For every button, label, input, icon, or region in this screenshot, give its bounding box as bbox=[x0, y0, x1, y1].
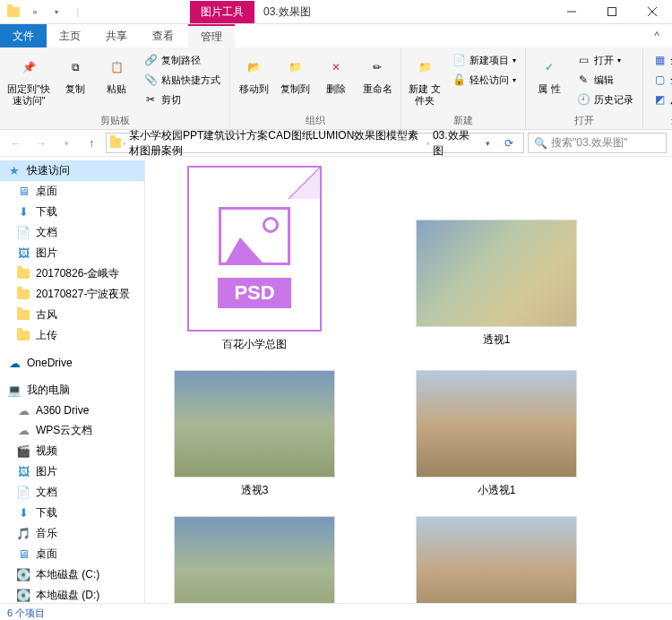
image-thumbnail bbox=[174, 516, 335, 603]
properties-button[interactable]: ✓属 性 bbox=[530, 49, 569, 99]
delete-button[interactable]: ✕删除 bbox=[316, 49, 356, 99]
copy-path-button[interactable]: 🔗复制路径 bbox=[140, 51, 224, 69]
nav-documents-2[interactable]: 📄文档 bbox=[0, 482, 144, 503]
breadcrumb[interactable]: › 某小学校园PPT建筑设计方案CAD图纸LUMION效果图模型素材图册案例 ›… bbox=[106, 133, 524, 153]
easy-access-button[interactable]: 🔓轻松访问▾ bbox=[448, 71, 520, 89]
ribbon-group-open: ✓属 性 ▭打开▾ ✎编辑 🕘历史记录 打开 bbox=[526, 47, 643, 129]
back-button[interactable]: ← bbox=[5, 133, 27, 154]
paste-shortcut-button[interactable]: 📎粘贴快捷方式 bbox=[140, 71, 224, 89]
maximize-button[interactable] bbox=[591, 0, 632, 24]
chevron-right-icon[interactable]: › bbox=[123, 139, 125, 148]
nav-a360[interactable]: ☁A360 Drive bbox=[0, 400, 144, 420]
paste-button[interactable]: 📋 粘贴 bbox=[97, 49, 136, 99]
edit-button[interactable]: ✎编辑 bbox=[573, 71, 637, 89]
nav-disk-d[interactable]: 💽本地磁盘 (D:) bbox=[0, 585, 144, 603]
nav-pictures[interactable]: 🖼图片 bbox=[0, 243, 144, 263]
rename-button[interactable]: ✏重命名 bbox=[358, 49, 397, 99]
copy-to-button[interactable]: 📁复制到 bbox=[275, 49, 314, 99]
nav-folder-3[interactable]: 古风 bbox=[0, 305, 144, 325]
properties-icon: ✓ bbox=[535, 53, 564, 82]
file-list-area[interactable]: PSD 百花小学总图 透视1 透视3 小透视1 小透视2 bbox=[145, 157, 672, 603]
select-all-button[interactable]: ▦全部选择 bbox=[649, 51, 672, 69]
nav-folder-1[interactable]: 20170826-金峨寺 bbox=[0, 263, 144, 284]
title-bar: ▫ ▾ | 图片工具 03.效果图 bbox=[0, 0, 672, 24]
pin-button[interactable]: 📌 固定到"快 速访问" bbox=[4, 49, 54, 110]
nav-wps[interactable]: ☁WPS云文档 bbox=[0, 420, 144, 441]
tab-home[interactable]: 主页 bbox=[47, 24, 93, 47]
select-none-icon: ▢ bbox=[652, 73, 667, 87]
file-item[interactable]: 小透视2 bbox=[156, 516, 353, 603]
qat-dropdown-icon[interactable]: ▾ bbox=[48, 4, 65, 20]
nav-folder-2[interactable]: 20170827-宁波夜景 bbox=[0, 284, 144, 305]
forward-button[interactable]: → bbox=[30, 133, 52, 154]
document-icon: 📄 bbox=[16, 486, 30, 500]
nav-this-pc[interactable]: 💻我的电脑 bbox=[0, 380, 144, 400]
file-item[interactable]: 小透视1 bbox=[398, 370, 595, 498]
copy-to-icon: 📁 bbox=[280, 53, 309, 82]
open-button[interactable]: ▭打开▾ bbox=[573, 51, 637, 69]
folder-icon[interactable] bbox=[5, 4, 22, 20]
copy-button[interactable]: ⧉ 复制 bbox=[56, 49, 95, 99]
ribbon: 📌 固定到"快 速访问" ⧉ 复制 📋 粘贴 🔗复制路径 📎粘贴快捷方式 ✂剪切… bbox=[0, 47, 672, 130]
search-input[interactable]: 🔍 搜索"03.效果图" bbox=[528, 133, 667, 153]
rename-icon: ✏ bbox=[363, 53, 392, 82]
file-item[interactable]: PSD 百花小学总图 bbox=[156, 166, 353, 352]
nav-documents[interactable]: 📄文档 bbox=[0, 222, 144, 243]
tab-manage[interactable]: 管理 bbox=[188, 24, 235, 47]
breadcrumb-seg-1[interactable]: 某小学校园PPT建筑设计方案CAD图纸LUMION效果图模型素材图册案例 bbox=[127, 128, 425, 159]
nav-downloads-2[interactable]: ⬇下载 bbox=[0, 503, 144, 523]
desktop-icon: 🖥 bbox=[16, 547, 30, 562]
psd-thumbnail: PSD bbox=[187, 166, 322, 332]
invert-selection-button[interactable]: ◩反向选择 bbox=[649, 90, 672, 108]
new-item-button[interactable]: 📄新建项目▾ bbox=[448, 51, 520, 69]
move-to-button[interactable]: 📂移动到 bbox=[234, 49, 273, 99]
ribbon-collapse-icon[interactable]: ^ bbox=[642, 24, 672, 47]
copy-icon: ⧉ bbox=[61, 53, 90, 82]
download-icon: ⬇ bbox=[16, 205, 30, 220]
nav-pictures-2[interactable]: 🖼图片 bbox=[0, 461, 144, 482]
nav-downloads[interactable]: ⬇下载 bbox=[0, 202, 144, 222]
nav-desktop-2[interactable]: 🖥桌面 bbox=[0, 544, 144, 564]
svg-rect-1 bbox=[607, 8, 616, 16]
file-name: 透视3 bbox=[241, 483, 269, 498]
chevron-right-icon[interactable]: › bbox=[426, 139, 429, 148]
picture-icon: 🖼 bbox=[16, 246, 30, 261]
nav-music[interactable]: 🎵音乐 bbox=[0, 523, 144, 544]
pc-icon: 💻 bbox=[7, 383, 22, 398]
close-button[interactable] bbox=[632, 0, 672, 24]
new-folder-button[interactable]: 📁新建 文件夹 bbox=[405, 49, 444, 110]
folder-icon bbox=[16, 288, 30, 302]
select-none-button[interactable]: ▢全部取消 bbox=[649, 71, 672, 89]
move-icon: 📂 bbox=[239, 53, 268, 82]
ribbon-group-clipboard: 📌 固定到"快 速访问" ⧉ 复制 📋 粘贴 🔗复制路径 📎粘贴快捷方式 ✂剪切… bbox=[0, 47, 230, 129]
minimize-button[interactable] bbox=[551, 0, 591, 24]
video-icon: 🎬 bbox=[16, 444, 30, 459]
nav-disk-c[interactable]: 💽本地磁盘 (C:) bbox=[0, 564, 144, 585]
nav-videos[interactable]: 🎬视频 bbox=[0, 441, 144, 461]
star-icon: ★ bbox=[7, 164, 22, 178]
recent-dropdown[interactable]: ▾ bbox=[56, 133, 77, 154]
navigation-pane[interactable]: ★快速访问 🖥桌面 ⬇下载 📄文档 🖼图片 20170826-金峨寺 20170… bbox=[0, 157, 145, 603]
nav-folder-4[interactable]: 上传 bbox=[0, 325, 144, 346]
nav-quick-access[interactable]: ★快速访问 bbox=[0, 160, 144, 181]
file-item[interactable]: 透视3 bbox=[156, 370, 353, 498]
cut-button[interactable]: ✂剪切 bbox=[140, 90, 224, 108]
properties-icon[interactable]: ▫ bbox=[27, 4, 43, 20]
tab-view[interactable]: 查看 bbox=[140, 24, 186, 47]
tab-share[interactable]: 共享 bbox=[93, 24, 140, 47]
nav-onedrive[interactable]: ☁OneDrive bbox=[0, 353, 144, 373]
file-item[interactable]: 透视1 bbox=[398, 220, 595, 352]
explorer-body: ★快速访问 🖥桌面 ⬇下载 📄文档 🖼图片 20170826-金峨寺 20170… bbox=[0, 157, 672, 603]
nav-desktop[interactable]: 🖥桌面 bbox=[0, 181, 144, 202]
refresh-button[interactable]: ⟳ bbox=[498, 133, 520, 154]
breadcrumb-seg-2[interactable]: 03.效果图 bbox=[431, 128, 475, 159]
cloud-icon: ☁ bbox=[7, 356, 22, 370]
disk-icon: 💽 bbox=[16, 589, 30, 603]
tab-file[interactable]: 文件 bbox=[0, 24, 47, 47]
pin-icon: 📌 bbox=[14, 53, 43, 82]
breadcrumb-dropdown[interactable]: ▾ bbox=[477, 133, 498, 154]
breadcrumb-folder-icon bbox=[110, 138, 121, 148]
file-item[interactable]: 小透视3 bbox=[398, 516, 595, 603]
history-button[interactable]: 🕘历史记录 bbox=[573, 90, 637, 108]
up-button[interactable]: ↑ bbox=[81, 133, 102, 154]
